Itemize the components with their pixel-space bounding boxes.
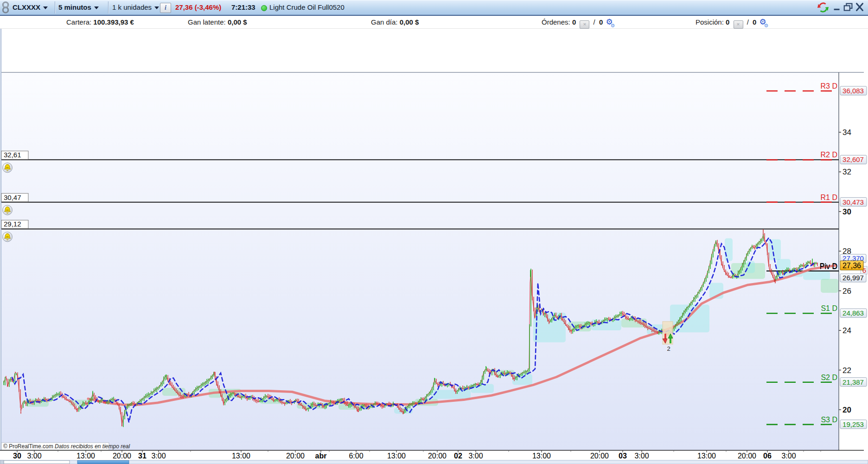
- svg-text:Piv D: Piv D: [820, 263, 837, 271]
- close-position-icon[interactable]: ×: [734, 20, 743, 29]
- title-bar: CLXXXX 5 minutos 1 k unidades i 27,36 (-…: [0, 0, 868, 16]
- position-settings-gear-icon[interactable]: ⚙⚙: [760, 17, 771, 26]
- alert-bell-icon[interactable]: [3, 163, 13, 173]
- last-price-change: 27,36 (-3,46%): [175, 0, 221, 15]
- last-update-time: 7:21:33: [231, 0, 255, 15]
- orders-count: 0: [572, 18, 576, 26]
- position-count: 0: [726, 18, 729, 26]
- instrument-selector[interactable]: CLXXXX: [13, 0, 48, 15]
- svg-text:30,473: 30,473: [842, 198, 864, 206]
- portfolio-value: 100.393,93 €: [93, 18, 134, 26]
- svg-text:26,997: 26,997: [842, 274, 864, 282]
- orders-slash: /: [594, 18, 595, 26]
- separator: [55, 1, 55, 13]
- scrollbar-thumb[interactable]: [77, 461, 129, 464]
- chevron-down-icon: [154, 6, 159, 9]
- alert-bell-icon[interactable]: [3, 232, 13, 242]
- svg-text:22: 22: [842, 366, 851, 375]
- svg-text:20:00: 20:00: [286, 452, 305, 460]
- position-label: Posición:: [696, 18, 724, 26]
- portfolio-label: Cartera:: [66, 18, 91, 26]
- svg-text:S1 D: S1 D: [821, 304, 837, 312]
- position-count2: 0: [753, 18, 756, 26]
- svg-text:20:00: 20:00: [428, 452, 447, 460]
- svg-text:02: 02: [454, 452, 462, 460]
- restore-window-button[interactable]: [843, 2, 854, 13]
- instrument-name: Light Crude Oil Full0520: [269, 0, 345, 15]
- svg-text:S2 D: S2 D: [821, 374, 837, 381]
- svg-text:13:00: 13:00: [697, 452, 716, 460]
- svg-text:30: 30: [13, 452, 21, 460]
- quantity-selector[interactable]: 1 k unidades: [112, 0, 159, 15]
- svg-text:31: 31: [138, 452, 147, 460]
- scrollbar-segment[interactable]: [4, 461, 70, 464]
- orders-label: Órdenes:: [542, 18, 570, 26]
- svg-text:R3 D: R3 D: [821, 82, 837, 90]
- timeframe-selector[interactable]: 5 minutos: [58, 0, 99, 15]
- svg-text:32,61: 32,61: [4, 151, 21, 159]
- day-gain-label: Gan día:: [371, 18, 398, 26]
- refresh-icon[interactable]: [817, 2, 830, 13]
- svg-text:13:00: 13:00: [532, 452, 551, 460]
- separator: [108, 1, 108, 13]
- alert-bell-icon[interactable]: [3, 205, 13, 215]
- svg-text:24,863: 24,863: [842, 309, 864, 317]
- svg-text:29,12: 29,12: [4, 220, 21, 228]
- close-button[interactable]: [855, 2, 865, 13]
- svg-text:S3 D: S3 D: [821, 416, 837, 424]
- svg-text:30,47: 30,47: [4, 193, 21, 201]
- svg-text:R1 D: R1 D: [821, 193, 837, 201]
- svg-text:2: 2: [667, 345, 670, 352]
- svg-text:03: 03: [619, 452, 627, 460]
- chevron-down-icon: [43, 6, 48, 9]
- svg-text:3:00: 3:00: [634, 452, 649, 460]
- minimize-button[interactable]: [833, 2, 841, 13]
- svg-text:abr: abr: [315, 452, 327, 460]
- time-axis: 303:0013:0020:00313:0013:0020:00abr6:001…: [0, 451, 868, 461]
- connection-status-icon: [261, 5, 267, 11]
- svg-text:6:00: 6:00: [349, 452, 363, 460]
- copyright-note: © ProRealTime.com Datos recibidos en tie…: [1, 443, 130, 450]
- chevron-down-icon: [94, 6, 99, 9]
- svg-text:3:00: 3:00: [781, 452, 796, 460]
- cancel-orders-icon[interactable]: ×: [580, 20, 589, 29]
- svg-text:13:00: 13:00: [232, 452, 250, 460]
- svg-text:32: 32: [842, 168, 851, 176]
- latent-gain-field: Gan latente: 0,00 $: [188, 16, 247, 28]
- horizontal-scrollbar[interactable]: [0, 460, 868, 464]
- orders-field: Órdenes: 0 × / 0 ⚙⚙: [542, 16, 617, 28]
- svg-text:20: 20: [842, 406, 851, 414]
- svg-text:34: 34: [842, 128, 851, 137]
- info-icon[interactable]: i: [160, 3, 171, 13]
- svg-text:19,253: 19,253: [842, 420, 864, 428]
- latent-gain-value: 0,00 $: [228, 18, 247, 26]
- svg-text:32,607: 32,607: [842, 155, 864, 163]
- svg-text:13:00: 13:00: [77, 452, 95, 460]
- svg-text:36,083: 36,083: [842, 87, 864, 95]
- svg-text:26: 26: [842, 287, 851, 296]
- position-slash: /: [747, 18, 749, 26]
- latent-gain-label: Gan latente:: [188, 18, 226, 26]
- day-gain-field: Gan día: 0,00 $: [371, 16, 419, 28]
- svg-text:3:00: 3:00: [468, 452, 483, 460]
- svg-text:R2 D: R2 D: [821, 151, 837, 159]
- svg-text:24: 24: [842, 326, 851, 335]
- svg-text:21,387: 21,387: [842, 378, 864, 386]
- chart-area[interactable]: R3 DR2 DR1 DPiv DS1 DS2 DS3 D 2 32,6130,…: [0, 29, 868, 464]
- svg-text:30: 30: [842, 207, 851, 216]
- orders-settings-gear-icon[interactable]: ⚙⚙: [606, 17, 617, 26]
- svg-text:20:00: 20:00: [738, 452, 756, 460]
- portfolio-field: Cartera: 100.393,93 €: [66, 16, 134, 28]
- orders-count2: 0: [599, 18, 603, 26]
- position-field: Posición: 0 × / 0 ⚙⚙: [696, 16, 771, 28]
- account-status-bar: Cartera: 100.393,93 € Gan latente: 0,00 …: [0, 16, 868, 29]
- svg-text:13:00: 13:00: [387, 452, 406, 460]
- svg-text:3:00: 3:00: [151, 452, 166, 460]
- prorealtime-window: { "toolbar": { "instrument": "CLXXXX", "…: [0, 0, 868, 464]
- svg-text:06: 06: [763, 452, 772, 460]
- svg-text:© ProRealTime.com Datos recibi: © ProRealTime.com Datos recibidos en tie…: [3, 443, 130, 450]
- svg-text:27,36: 27,36: [842, 262, 861, 270]
- svg-text:20:00: 20:00: [113, 452, 131, 460]
- link-chain-icon[interactable]: [0, 0, 11, 14]
- svg-text:20:00: 20:00: [590, 452, 609, 460]
